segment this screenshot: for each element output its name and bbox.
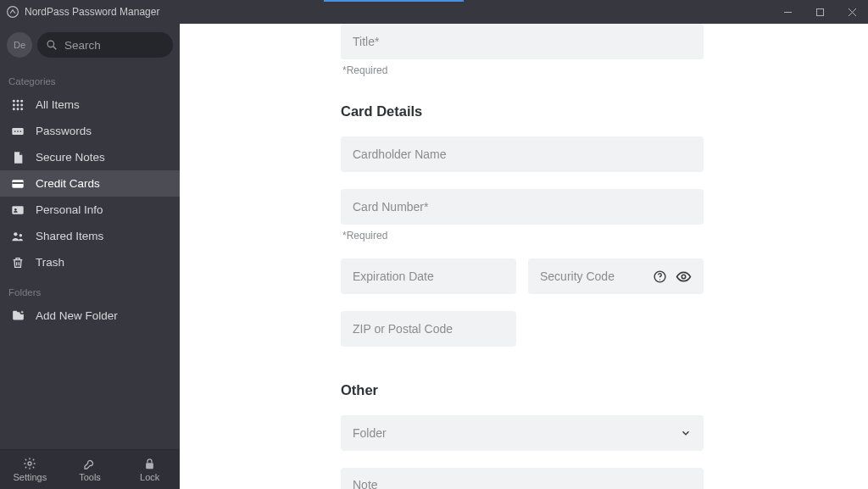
sidebar-item-passwords[interactable]: Passwords: [0, 118, 180, 144]
svg-point-14: [17, 131, 19, 132]
sidebar: De Categories All Items Passwords: [0, 24, 180, 489]
search-input-wrap[interactable]: [37, 32, 173, 58]
avatar[interactable]: De: [7, 32, 32, 58]
svg-point-5: [20, 99, 23, 102]
password-icon: [10, 125, 25, 138]
person-card-icon: [10, 203, 25, 217]
svg-point-26: [659, 279, 660, 280]
categories-label: Categories: [0, 64, 180, 92]
search-input[interactable]: [64, 39, 164, 52]
svg-point-21: [19, 233, 22, 236]
svg-point-10: [17, 108, 19, 110]
main-content: *Required Card Details *Required: [180, 24, 868, 489]
svg-point-0: [8, 7, 19, 18]
sidebar-item-secure-notes[interactable]: Secure Notes: [0, 144, 180, 170]
svg-point-2: [47, 41, 54, 47]
security-code-field[interactable]: [528, 258, 704, 294]
svg-point-6: [13, 103, 15, 106]
chevron-down-icon: [680, 427, 692, 439]
minimize-button[interactable]: [771, 0, 804, 24]
folder-select[interactable]: Folder: [341, 415, 704, 451]
tools-label: Tools: [79, 472, 101, 482]
title-required-helper: *Required: [341, 64, 704, 76]
window-controls: [771, 0, 868, 24]
folders-label: Folders: [0, 275, 180, 303]
eye-icon[interactable]: [676, 269, 692, 285]
security-code-input[interactable]: [540, 270, 631, 283]
app-logo-icon: [7, 6, 19, 18]
svg-point-27: [682, 275, 685, 278]
sidebar-item-label: Passwords: [36, 125, 92, 137]
titlebar-accent: [324, 0, 464, 2]
svg-point-3: [13, 99, 15, 102]
sidebar-item-label: Personal Info: [36, 203, 103, 216]
zip-field[interactable]: [341, 311, 516, 347]
svg-point-11: [20, 108, 23, 110]
cardholder-input[interactable]: [353, 147, 692, 161]
zip-input[interactable]: [353, 322, 504, 336]
grid-icon: [10, 98, 25, 112]
settings-button[interactable]: Settings: [0, 450, 60, 489]
svg-point-13: [14, 131, 16, 132]
svg-point-9: [13, 108, 15, 110]
sidebar-item-label: Credit Cards: [36, 177, 100, 190]
other-heading: Other: [341, 382, 704, 398]
expiration-input[interactable]: [353, 270, 504, 283]
sidebar-item-label: All Items: [36, 98, 80, 111]
lock-icon: [143, 457, 156, 470]
note-field[interactable]: Note: [341, 468, 704, 489]
sidebar-bottom: Settings Tools Lock: [0, 449, 180, 489]
svg-rect-24: [146, 463, 153, 469]
cardnumber-input[interactable]: [353, 200, 692, 214]
sidebar-item-personal-info[interactable]: Personal Info: [0, 197, 180, 223]
cardnumber-required-helper: *Required: [341, 230, 704, 242]
title-field[interactable]: [341, 24, 704, 59]
sidebar-add-folder[interactable]: Add New Folder: [0, 303, 180, 329]
svg-point-4: [17, 99, 19, 102]
maximize-button[interactable]: [804, 0, 836, 24]
card-details-heading: Card Details: [341, 103, 704, 119]
svg-point-19: [14, 208, 17, 211]
close-button[interactable]: [836, 0, 868, 24]
svg-point-8: [20, 103, 23, 106]
svg-point-23: [28, 462, 31, 465]
sidebar-item-label: Trash: [36, 256, 64, 269]
wrench-icon: [83, 457, 97, 470]
lock-label: Lock: [140, 472, 159, 482]
note-placeholder: Note: [353, 478, 378, 489]
gear-icon: [23, 457, 36, 470]
cardnumber-field[interactable]: [341, 189, 704, 225]
tools-button[interactable]: Tools: [60, 450, 120, 489]
window-title: NordPass Password Manager: [25, 6, 159, 18]
shared-icon: [10, 230, 25, 243]
help-icon[interactable]: [653, 270, 667, 284]
title-input[interactable]: [353, 35, 692, 48]
folder-select-label: Folder: [353, 426, 387, 440]
svg-point-15: [19, 131, 21, 132]
cardholder-field[interactable]: [341, 136, 704, 172]
sidebar-item-label: Secure Notes: [36, 151, 105, 164]
sidebar-item-shared-items[interactable]: Shared Items: [0, 223, 180, 249]
svg-rect-17: [12, 182, 23, 184]
titlebar: NordPass Password Manager: [0, 0, 868, 24]
note-icon: [10, 151, 25, 164]
svg-point-20: [14, 232, 17, 236]
svg-rect-1: [816, 8, 823, 15]
search-icon: [46, 39, 58, 51]
credit-card-icon: [10, 177, 25, 191]
expiration-field[interactable]: [341, 258, 516, 294]
sidebar-item-credit-cards[interactable]: Credit Cards: [0, 170, 180, 197]
svg-rect-18: [12, 206, 23, 214]
svg-point-7: [17, 103, 19, 106]
sidebar-item-label: Shared Items: [36, 230, 103, 242]
trash-icon: [10, 256, 25, 270]
sidebar-item-trash[interactable]: Trash: [0, 249, 180, 275]
add-folder-icon: [10, 308, 25, 323]
sidebar-item-all-items[interactable]: All Items: [0, 92, 180, 118]
sidebar-item-label: Add New Folder: [36, 309, 118, 322]
lock-button[interactable]: Lock: [120, 450, 180, 489]
settings-label: Settings: [13, 472, 47, 482]
